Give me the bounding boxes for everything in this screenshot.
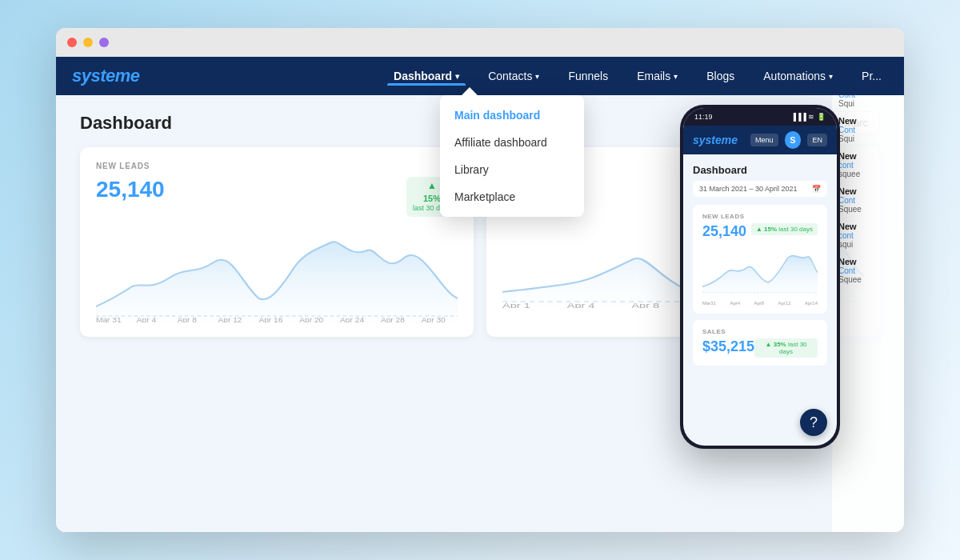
browser-chrome <box>56 28 904 57</box>
svg-text:Apr 12: Apr 12 <box>218 315 242 322</box>
close-button[interactable] <box>67 38 77 47</box>
activity-contact-2: Cont <box>838 126 898 134</box>
chevron-down-icon: ▾ <box>535 72 539 81</box>
phone-nav-logo: systeme <box>693 134 738 146</box>
phone-lang-button[interactable]: EN <box>807 134 827 146</box>
svg-text:Apr 4: Apr 4 <box>567 302 595 308</box>
leads-value-row: 25,140 ▲ 15% last 30 days <box>96 177 458 217</box>
svg-text:Apr 24: Apr 24 <box>340 315 365 322</box>
nav-blogs[interactable]: Blogs <box>700 66 741 86</box>
nav-dashboard-wrap: Dashboard ▾ <box>387 66 466 86</box>
phone-menu-button[interactable]: Menu <box>750 134 778 146</box>
svg-text:Apr 30: Apr 30 <box>422 315 446 322</box>
leads-label: NEW LEADS <box>96 162 458 170</box>
phone-sales-card: SALES $35,215 ▲ 35% last 30 days <box>693 320 827 366</box>
app-content: systeme Dashboard ▾ Contacts ▾ Funnels E… <box>56 57 904 532</box>
leads-chart-svg: Mar 31 Apr 4 Apr 8 Apr 12 Apr 16 Apr 20 … <box>96 226 458 322</box>
svg-text:Mar 31: Mar 31 <box>96 315 122 322</box>
phone-avatar: S <box>785 131 802 149</box>
nav-funnels[interactable]: Funnels <box>562 66 614 86</box>
dropdown-library[interactable]: Library <box>440 156 584 183</box>
dropdown-main-dashboard[interactable]: Main dashboard <box>440 102 584 129</box>
leads-chart: Mar 31 Apr 4 Apr 8 Apr 12 Apr 16 Apr 20 … <box>96 226 458 322</box>
phone-leads-badge: ▲ 15% last 30 days <box>751 223 818 235</box>
page-title: Dashboard <box>80 113 172 134</box>
activity-contact-5: cont <box>838 231 898 240</box>
navbar: systeme Dashboard ▾ Contacts ▾ Funnels E… <box>56 57 904 95</box>
activity-item-2: New Cont Squi <box>838 116 898 143</box>
phone-help-button[interactable]: ? <box>800 409 827 436</box>
svg-text:Apr 16: Apr 16 <box>258 315 282 322</box>
activity-feed: ive updc New Cont Squi New Cont Squi New… <box>832 57 904 532</box>
phone-leads-label: NEW LEADS <box>702 213 818 220</box>
nav-logo: systeme <box>72 66 140 86</box>
activity-item-6: New Cont Squee <box>838 257 898 284</box>
activity-contact-4: Cont <box>838 196 898 205</box>
activity-contact-6: Cont <box>838 266 898 275</box>
phone-status-bar: 11:19 ▐▐▐ ≋ 🔋 <box>683 108 837 126</box>
svg-text:Apr 8: Apr 8 <box>631 302 659 308</box>
activity-new-label-6: New <box>838 257 898 266</box>
chevron-down-icon: ▾ <box>674 72 678 81</box>
activity-source-5: squi <box>838 240 898 249</box>
phone-time: 11:19 <box>694 113 713 121</box>
svg-text:Apr 20: Apr 20 <box>299 315 323 322</box>
nav-contacts[interactable]: Contacts ▾ <box>482 66 546 86</box>
activity-item-5: New cont squi <box>838 222 898 249</box>
arrow-up-icon: ▲ <box>756 226 762 233</box>
svg-text:Apr 4: Apr 4 <box>137 315 157 322</box>
phone-sales-value: $35,215 <box>702 338 754 355</box>
activity-source-4: Squee <box>838 205 898 214</box>
phone-navbar: systeme Menu S EN <box>683 126 837 154</box>
activity-item-4: New Cont Squee <box>838 186 898 214</box>
svg-text:Apr 28: Apr 28 <box>381 315 405 322</box>
phone-leads-row: 25,140 ▲ 15% last 30 days <box>702 223 818 240</box>
calendar-icon: 📅 <box>812 185 821 193</box>
phone-sales-label: SALES <box>702 328 818 335</box>
svg-text:Apr 1: Apr 1 <box>502 302 530 308</box>
leads-card: NEW LEADS 25,140 ▲ 15% last 30 days <box>80 147 474 337</box>
nav-underline <box>387 83 466 86</box>
dashboard-dropdown: Main dashboard Affiliate dashboard Libra… <box>440 95 584 217</box>
phone-content: Dashboard 31 March 2021 – 30 April 2021 … <box>683 154 837 382</box>
nav-more[interactable]: Pr... <box>855 66 888 86</box>
maximize-button[interactable] <box>99 38 109 47</box>
phone-sales-row: $35,215 ▲ 35% last 30 days <box>702 338 818 358</box>
activity-new-label-4: New <box>838 186 898 196</box>
leads-value: 25,140 <box>96 177 165 202</box>
phone-sales-badge: ▲ 35% last 30 days <box>754 338 818 358</box>
arrow-up-icon: ▲ <box>427 180 437 193</box>
phone-date-range[interactable]: 31 March 2021 – 30 April 2021 📅 <box>693 181 827 197</box>
phone-icons: ▐▐▐ ≋ 🔋 <box>791 113 826 121</box>
activity-source-1: Squi <box>838 99 898 108</box>
mobile-phone: 11:19 ▐▐▐ ≋ 🔋 systeme Menu S EN Dashboar… <box>680 105 840 449</box>
chevron-down-icon: ▾ <box>829 72 833 81</box>
phone-leads-value: 25,140 <box>702 223 746 240</box>
activity-new-label-3: New <box>838 151 898 161</box>
nav-automations[interactable]: Automations ▾ <box>757 66 839 86</box>
dropdown-affiliate-dashboard[interactable]: Affiliate dashboard <box>440 129 584 156</box>
dropdown-marketplace[interactable]: Marketplace <box>440 183 584 210</box>
activity-contact-3: cont <box>838 161 898 170</box>
svg-text:Apr 8: Apr 8 <box>178 315 197 322</box>
arrow-up-icon: ▲ <box>766 341 772 348</box>
activity-source-2: Squi <box>838 134 898 143</box>
chevron-down-icon: ▾ <box>455 72 459 81</box>
minimize-button[interactable] <box>83 38 93 47</box>
activity-source-3: squee <box>838 170 898 178</box>
phone-chart-dates: Mar31Apr4Apr8Apr12Apr14 <box>702 301 818 306</box>
phone-leads-chart <box>702 240 818 296</box>
activity-item-3: New cont squee <box>838 151 898 178</box>
activity-source-6: Squee <box>838 275 898 284</box>
nav-emails[interactable]: Emails ▾ <box>630 66 684 86</box>
phone-dashboard-title: Dashboard <box>693 164 827 176</box>
phone-leads-card: NEW LEADS 25,140 ▲ 15% last 30 days <box>693 205 827 314</box>
phone-inner: 11:19 ▐▐▐ ≋ 🔋 systeme Menu S EN Dashboar… <box>683 108 837 446</box>
activity-new-label-2: New <box>838 116 898 126</box>
activity-new-label-5: New <box>838 222 898 231</box>
browser-window: systeme Dashboard ▾ Contacts ▾ Funnels E… <box>56 28 904 532</box>
